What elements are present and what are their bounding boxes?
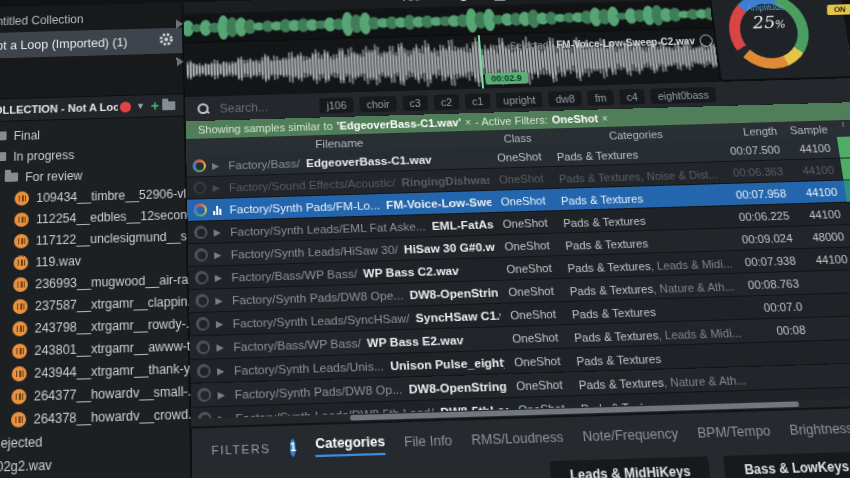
similarity-ring-icon[interactable] (193, 181, 207, 194)
file-name: WP Bass C2.wav (363, 264, 459, 279)
similarity-ring-icon[interactable] (196, 317, 210, 331)
sample-rate-cell (809, 351, 850, 353)
selected-prefix: Selected: (509, 40, 551, 52)
banner-filters-text: - Active Filters: (475, 114, 549, 128)
playing-equalizer-icon (213, 204, 224, 214)
search-input[interactable] (217, 98, 319, 116)
tag-chip[interactable]: c2 (433, 94, 459, 110)
similarity-ring-icon[interactable] (194, 225, 208, 239)
column-heat: I II III IV (832, 118, 850, 137)
sample-wave-icon (11, 411, 26, 427)
collection-header-label: COLLECTION - Not A Loo.. (0, 101, 118, 116)
record-color-dot-icon[interactable] (120, 101, 131, 112)
tag-chip[interactable]: dw8 (548, 90, 583, 106)
column-length[interactable]: Length (716, 124, 778, 138)
tag-chip[interactable]: c1 (464, 93, 490, 109)
collection-item-label: Not a Loop (Imported) (1) (0, 35, 154, 53)
play-icon[interactable]: ▶ (217, 365, 228, 376)
similarity-heat-cells (838, 157, 850, 180)
chevron-down-icon[interactable]: ▼ (136, 101, 145, 111)
donut-center-label: Amplitude 25% (726, 2, 809, 33)
play-icon[interactable]: ▶ (216, 318, 227, 329)
file-name: EdgeoverBass-C1.wav (306, 153, 432, 169)
play-icon[interactable]: ▶ (212, 160, 222, 170)
playhead-time-badge: 00:02.9 (485, 72, 528, 85)
collection-item-selected[interactable]: Not a Loop (Imported) (1) (0, 28, 182, 59)
column-class[interactable]: Class (486, 131, 550, 145)
tab-rms-loudness[interactable]: RMS/Loudness (471, 430, 564, 452)
class-cell: OneShot (498, 284, 564, 298)
search-icon (197, 103, 209, 115)
loop-icon[interactable] (699, 34, 713, 47)
close-icon[interactable]: × (601, 113, 608, 124)
tab-brightness[interactable]: Brightness (789, 421, 850, 442)
close-icon[interactable]: × (465, 117, 472, 128)
similarity-ring-icon[interactable] (194, 248, 208, 262)
expand-caret-icon[interactable]: ▷ (0, 173, 1, 182)
class-cell: OneShot (489, 172, 553, 186)
similarity-ring-icon[interactable] (197, 388, 211, 403)
tab-note-frequency[interactable]: Note/Frequency (582, 426, 679, 448)
file-name: DW8-OpenStrings-D#1.wav (408, 379, 507, 396)
file-path: Factory/Synth Leads/Unis... (234, 359, 384, 376)
play-icon[interactable]: ▶ (215, 272, 226, 283)
collection-tree: Final In progress ▷For review 109434__ti… (0, 117, 191, 478)
autoplay-checkbox[interactable]: ✓ (494, 0, 506, 1)
tree-item-label: 264377__howardv__small-... (34, 383, 199, 403)
collapse-arrow-icon[interactable] (176, 19, 183, 29)
sample-wave-icon (12, 321, 27, 336)
file-path: Factory/Synth Leads/HiSaw 30/ (231, 243, 399, 260)
tag-chip[interactable]: upright (496, 91, 544, 108)
tag-chip[interactable]: eight0bass (650, 86, 717, 103)
tab-categories[interactable]: Categories (315, 434, 386, 457)
volume-knob[interactable] (459, 0, 468, 1)
tag-chip[interactable]: j106 (319, 97, 354, 113)
tag-chip[interactable]: fm (587, 89, 614, 105)
app-window: Untitled Collection Not a Loop (Imported… (0, 0, 850, 478)
tree-item-label: 237587__xtrgamr__clappin... (35, 293, 198, 313)
gear-icon[interactable] (158, 32, 174, 50)
column-sample[interactable]: Sample (776, 123, 834, 136)
length-cell: 00:08.763 (736, 277, 800, 291)
file-path: Factory/Synth Pads/DW8 Ope... (232, 288, 404, 306)
play-icon[interactable]: ▶ (214, 227, 225, 238)
column-heat-i[interactable]: I (834, 120, 850, 137)
sample-rate-cell (805, 327, 850, 329)
filters-label: FILTERS (211, 441, 271, 456)
play-icon[interactable]: ▶ (216, 341, 227, 352)
aspect-on-toggle[interactable]: ON (827, 4, 850, 15)
volume-label: VOL (401, 0, 421, 3)
tag-chip[interactable]: c3 (402, 95, 428, 111)
similarity-ring-icon[interactable] (193, 203, 207, 217)
play-icon[interactable]: ▶ (214, 249, 225, 260)
tag-chip[interactable]: c4 (619, 88, 646, 104)
collapse-arrow-icon[interactable] (176, 57, 183, 67)
similarity-ring-icon[interactable] (195, 294, 209, 308)
aspect-value: 25% (727, 11, 809, 33)
categories-cell: Pads & Textures (576, 352, 662, 367)
play-icon[interactable]: ▶ (215, 295, 226, 306)
similarity-ring-icon[interactable] (196, 340, 210, 354)
file-name: Unison Pulse_eighty_g#0.wav (390, 355, 505, 372)
categories-cell: Pads & Textures (560, 192, 643, 206)
similarity-ring-icon[interactable] (193, 159, 207, 172)
banner-text: Showing samples similar to (198, 120, 333, 136)
tag-chip[interactable]: choir (359, 95, 397, 112)
play-icon[interactable]: ▶ (217, 389, 228, 400)
play-icon[interactable]: ▶ (212, 182, 222, 192)
length-cell (748, 376, 812, 378)
tree-item-label: In progress (13, 148, 74, 164)
filter-button-bass-lowkeys[interactable]: Bass & LowKeys (723, 451, 850, 478)
similarity-ring-icon[interactable] (197, 364, 211, 378)
file-name: FM-Voice-Low-Sweep-C2.wav (386, 195, 492, 211)
add-icon[interactable]: + (151, 101, 159, 111)
tab-bpm-tempo[interactable]: BPM/Tempo (697, 423, 772, 444)
tab-file-info[interactable]: File Info (404, 433, 453, 453)
similarity-ring-icon[interactable] (195, 271, 209, 285)
folder-icon[interactable] (162, 101, 175, 110)
filter-button-leads-midhikeys[interactable]: Leads & MidHiKeys (549, 456, 711, 478)
banner-filter-name: OneShot (551, 112, 598, 125)
length-cell: 00:07.938 (733, 254, 797, 268)
class-cell: OneShot (494, 238, 559, 252)
tree-item-label: 109434__timbre__52906-vl... (36, 186, 196, 205)
